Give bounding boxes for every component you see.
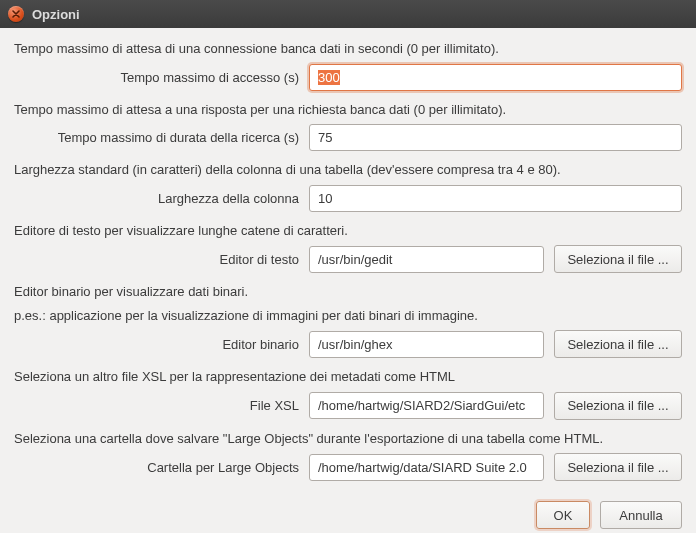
bin-editor-desc1: Editor binario per visualizzare dati bin… bbox=[14, 283, 682, 301]
lobs-input[interactable] bbox=[309, 454, 544, 481]
bin-editor-browse-button[interactable]: Seleziona il file ... bbox=[554, 330, 682, 358]
query-timeout-desc: Tempo massimo di attesa a una risposta p… bbox=[14, 101, 682, 119]
dialog-footer: OK Annulla bbox=[14, 491, 682, 529]
close-icon[interactable] bbox=[8, 6, 24, 22]
query-timeout-label: Tempo massimo di durata della ricerca (s… bbox=[14, 130, 299, 145]
window-title: Opzioni bbox=[32, 7, 80, 22]
text-editor-browse-button[interactable]: Seleziona il file ... bbox=[554, 245, 682, 273]
text-editor-input[interactable] bbox=[309, 246, 544, 273]
titlebar: Opzioni bbox=[0, 0, 696, 28]
conn-timeout-input[interactable] bbox=[309, 64, 682, 91]
xsl-input[interactable] bbox=[309, 392, 544, 419]
text-editor-label: Editor di testo bbox=[14, 252, 299, 267]
bin-editor-label: Editor binario bbox=[14, 337, 299, 352]
colwidth-input[interactable] bbox=[309, 185, 682, 212]
xsl-browse-button[interactable]: Seleziona il file ... bbox=[554, 392, 682, 420]
colwidth-label: Larghezza della colonna bbox=[14, 191, 299, 206]
bin-editor-input[interactable] bbox=[309, 331, 544, 358]
conn-timeout-label: Tempo massimo di accesso (s) bbox=[14, 70, 299, 85]
dialog-content: Tempo massimo di attesa di una connessio… bbox=[0, 28, 696, 533]
conn-timeout-desc: Tempo massimo di attesa di una connessio… bbox=[14, 40, 682, 58]
cancel-button[interactable]: Annulla bbox=[600, 501, 682, 529]
bin-editor-desc2: p.es.: applicazione per la visualizzazio… bbox=[14, 307, 682, 325]
lobs-desc: Seleziona una cartella dove salvare "Lar… bbox=[14, 430, 682, 448]
lobs-browse-button[interactable]: Seleziona il file ... bbox=[554, 453, 682, 481]
colwidth-desc: Larghezza standard (in caratteri) della … bbox=[14, 161, 682, 179]
ok-button[interactable]: OK bbox=[536, 501, 590, 529]
query-timeout-input[interactable] bbox=[309, 124, 682, 151]
xsl-label: File XSL bbox=[14, 398, 299, 413]
text-editor-desc: Editore di testo per visualizzare lunghe… bbox=[14, 222, 682, 240]
lobs-label: Cartella per Large Objects bbox=[14, 460, 299, 475]
xsl-desc: Seleziona un altro file XSL per la rappr… bbox=[14, 368, 682, 386]
